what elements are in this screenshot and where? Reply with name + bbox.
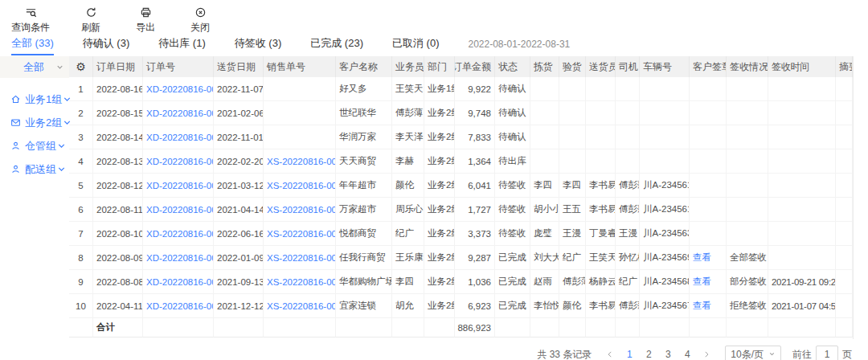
- cell-sign_time: 2021-01-07 04:56: [768, 294, 836, 318]
- column-header-vehicle: 车辆号: [640, 56, 690, 77]
- cell-sign_time: [768, 101, 836, 125]
- tab-4[interactable]: 已完成 (23): [310, 36, 363, 55]
- close-circle-icon: [194, 6, 207, 18]
- tab-1[interactable]: 待确认 (3): [83, 36, 130, 55]
- column-header-inspector: 验货: [559, 56, 586, 77]
- toolbar-button-label: 导出: [136, 21, 155, 35]
- sidebar-item-0[interactable]: 业务1组: [0, 88, 69, 111]
- sales-no-link[interactable]: XS-20220816-000014: [264, 174, 336, 198]
- cell-sign_time: [768, 77, 836, 101]
- cell-status: 待确认: [495, 77, 530, 101]
- column-header-delivery_date: 送货日期: [214, 56, 264, 77]
- home-icon: [10, 94, 25, 104]
- column-header-summary: 摘要: [836, 56, 853, 77]
- sidebar-item-3[interactable]: 配送组: [0, 158, 69, 181]
- view-signature-link[interactable]: 查看: [690, 246, 727, 270]
- column-header-driver: 司机: [616, 56, 640, 77]
- cell-salesman: 颜伦: [392, 174, 424, 198]
- goto-page-input[interactable]: [816, 346, 838, 360]
- cell-delivery_date: 2021-12-12: [214, 294, 264, 318]
- tab-2[interactable]: 待出库 (1): [158, 36, 206, 55]
- page-number-2[interactable]: 2: [641, 347, 656, 360]
- sales-no-link[interactable]: XS-20220816-000009: [264, 294, 336, 318]
- order-no-link[interactable]: XD-20220816-000015: [143, 149, 214, 174]
- order-no-link[interactable]: XD-20220816-000017: [143, 101, 214, 125]
- column-header-sign_status: 签收情况: [727, 56, 768, 77]
- order-no-link[interactable]: XD-20220816-000011: [143, 246, 214, 270]
- cell-amount: 1,727: [455, 198, 495, 222]
- sales-no-link[interactable]: XS-20220816-000012: [264, 222, 336, 246]
- cell-sign_status: [727, 125, 768, 149]
- user-icon: [10, 164, 25, 174]
- prev-page-button[interactable]: [603, 347, 617, 360]
- cell-salesman: 李赫: [392, 149, 424, 174]
- page-number-3[interactable]: 3: [661, 347, 675, 360]
- cell-deliverer: 丁曼睿: [586, 222, 616, 246]
- total-empty-cell: [690, 318, 727, 338]
- order-no-link[interactable]: XD-20220816-000010: [143, 270, 214, 294]
- row-number: 4: [69, 149, 93, 174]
- cell-sales_no: [264, 125, 336, 149]
- cell-amount: 1,364: [455, 149, 495, 174]
- cell-delivery_date: 2022-11-01: [214, 125, 264, 149]
- page-size-select[interactable]: 10条/页: [725, 346, 781, 360]
- order-no-link[interactable]: XD-20220816-000012: [143, 222, 214, 246]
- order-no-link[interactable]: XD-20220816-000013: [143, 198, 214, 222]
- toolbar-button-0[interactable]: 查询条件: [11, 6, 50, 35]
- cell-summary: [836, 198, 853, 222]
- cell-dept: 业务2组: [424, 174, 455, 198]
- page-number-1[interactable]: 1: [622, 347, 637, 360]
- tab-0[interactable]: 全部 (33): [11, 36, 54, 55]
- page-size-value: 10条/页: [731, 348, 764, 360]
- cell-dept: 业务2组: [424, 294, 455, 318]
- order-no-link[interactable]: XD-20220816-000016: [143, 125, 214, 149]
- cell-sign_status: [727, 222, 768, 246]
- order-no-link[interactable]: XD-20220816-000009: [143, 294, 214, 318]
- cell-delivery_date: 2022-02-20: [214, 149, 264, 174]
- sales-no-link[interactable]: XS-20220816-000010: [264, 270, 336, 294]
- table-header-row: ⚙订单日期订单号送货日期销售单号客户名称业务员部门订单金额状态拣货验货送货员司机…: [69, 56, 853, 77]
- sales-no-link[interactable]: XS-20220816-000011: [264, 246, 336, 270]
- pagination-bar: 共 33 条记录1234 10条/页 前往 页: [0, 343, 868, 360]
- table-row: 32022-08-14XD-20220816-0000162022-11-01华…: [69, 125, 853, 149]
- cell-picker: 李怡悦: [530, 294, 559, 318]
- view-signature-link[interactable]: 查看: [690, 294, 727, 318]
- sales-no-link[interactable]: XS-20220816-000013: [264, 198, 336, 222]
- goto-label: 前往: [792, 348, 812, 360]
- cell-sign_link: [690, 125, 727, 149]
- total-empty-cell: [495, 318, 530, 338]
- total-empty-cell: [264, 318, 336, 338]
- next-page-button[interactable]: [699, 347, 714, 360]
- column-settings-cell[interactable]: ⚙: [69, 56, 93, 77]
- cell-sales_no: [264, 101, 336, 125]
- sales-no-link[interactable]: XS-20220816-000015: [264, 149, 336, 174]
- cell-sign_link: [690, 77, 727, 101]
- cell-status: 已完成: [495, 270, 530, 294]
- tab-5[interactable]: 已取消 (0): [392, 36, 440, 55]
- total-empty-cell: [836, 318, 853, 338]
- cell-order_date: 2022-08-12: [93, 174, 143, 198]
- toolbar-button-1[interactable]: 刷新: [77, 6, 104, 35]
- cell-deliverer: [586, 77, 616, 101]
- cell-vehicle: 川A-234568: [640, 270, 690, 294]
- view-signature-link[interactable]: 查看: [690, 270, 727, 294]
- total-label: 合计: [93, 318, 143, 338]
- cell-summary: [836, 77, 853, 101]
- order-no-link[interactable]: XD-20220816-000017: [143, 77, 214, 101]
- cell-dept: 业务2组: [424, 101, 455, 125]
- sidebar-item-1[interactable]: 业务2组: [0, 111, 69, 134]
- order-no-link[interactable]: XD-20220816-000014: [143, 174, 214, 198]
- sidebar-item-label: 仓管组: [25, 139, 56, 153]
- sidebar-group-filter[interactable]: 全部: [0, 56, 69, 78]
- toolbar-button-3[interactable]: 关闭: [186, 6, 214, 35]
- sidebar-items: 业务1组 业务2组 仓管组 配送组: [0, 78, 69, 181]
- cell-inspector: 颜伦: [559, 294, 586, 318]
- tab-3[interactable]: 待签收 (3): [235, 36, 282, 55]
- table-row: 62022-08-11XD-20220816-0000132021-04-14X…: [69, 198, 853, 222]
- sidebar-item-2[interactable]: 仓管组: [0, 134, 69, 158]
- cell-customer: 任我行商贸: [336, 246, 392, 270]
- toolbar-button-2[interactable]: 导出: [132, 6, 159, 35]
- page-number-4[interactable]: 4: [680, 347, 694, 360]
- cell-vehicle: 川A-234567: [640, 294, 690, 318]
- cell-driver: 王漫: [616, 222, 640, 246]
